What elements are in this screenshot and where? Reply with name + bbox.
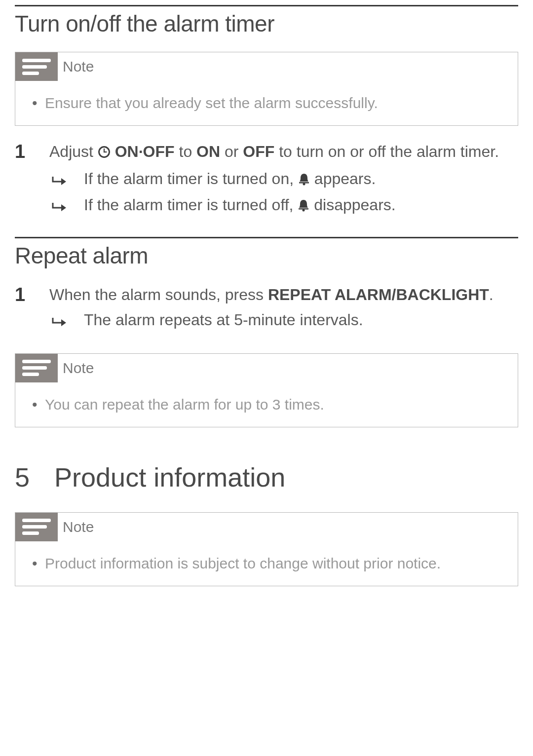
- chapter-title: Product information: [54, 462, 285, 492]
- step-text-on: ON: [196, 143, 220, 160]
- section-heading-alarm-onoff: Turn on/off the alarm timer: [15, 10, 518, 37]
- note-lines-icon: [15, 513, 58, 541]
- svg-point-5: [303, 183, 305, 185]
- note-box-2: Note You can repeat the alarm for up to …: [15, 353, 518, 427]
- substeps: If the alarm timer is turned on, appears…: [49, 167, 518, 218]
- note-label: Note: [63, 519, 94, 535]
- step-text-mid1: to: [175, 143, 196, 160]
- note-body: Product information is subject to change…: [15, 541, 518, 586]
- rule-top-1: [15, 5, 518, 6]
- note-lines-icon: [15, 354, 58, 382]
- step-text-bold: REPEAT ALARM/BACKLIGHT: [268, 286, 489, 303]
- step-text-pre: Adjust: [49, 143, 98, 160]
- note-tab: Note: [15, 52, 518, 81]
- substep-text-pre: If the alarm timer is turned off,: [84, 196, 298, 214]
- step-text-post: .: [489, 286, 494, 303]
- note-label: Note: [63, 360, 94, 377]
- step-text-off: OFF: [243, 143, 274, 160]
- substep-1: If the alarm timer is turned on, appears…: [49, 167, 518, 191]
- note-item: You can repeat the alarm for up to 3 tim…: [32, 396, 508, 413]
- svg-rect-3: [104, 151, 107, 152]
- step-text-post: to turn on or off the alarm timer.: [274, 143, 499, 160]
- note-body: You can repeat the alarm for up to 3 tim…: [15, 382, 518, 427]
- result-arrow-icon: [51, 170, 68, 193]
- substep-1: The alarm repeats at 5-minute intervals.: [49, 308, 518, 331]
- chapter-number: 5: [15, 462, 30, 492]
- step-text-pre: When the alarm sounds, press: [49, 286, 268, 303]
- substep-text: The alarm repeats at 5-minute intervals.: [84, 311, 363, 329]
- chapter-heading-product-info: 5 Product information: [15, 462, 518, 492]
- clock-icon: [98, 142, 111, 164]
- substep-2: If the alarm timer is turned off, disapp…: [49, 193, 518, 218]
- result-arrow-icon: [51, 196, 68, 219]
- bell-icon: [298, 195, 309, 218]
- note-box-1: Note Ensure that you already set the ala…: [15, 52, 518, 126]
- step-text-mid2: or: [220, 143, 243, 160]
- note-box-3: Note Product information is subject to c…: [15, 512, 518, 586]
- substeps: The alarm repeats at 5-minute intervals.: [49, 308, 518, 331]
- note-label: Note: [63, 58, 94, 75]
- step-1: Adjust ON·OFF to ON or OFF to turn on or…: [15, 141, 518, 218]
- steps-repeat: When the alarm sounds, press REPEAT ALAR…: [15, 284, 518, 332]
- substep-text-pre: If the alarm timer is turned on,: [84, 170, 298, 188]
- note-lines-icon: [15, 52, 58, 81]
- bell-icon: [298, 169, 310, 191]
- note-item: Product information is subject to change…: [32, 555, 508, 572]
- rule-top-2: [15, 237, 518, 238]
- section-heading-repeat: Repeat alarm: [15, 242, 518, 269]
- steps-alarm-onoff: Adjust ON·OFF to ON or OFF to turn on or…: [15, 141, 518, 218]
- substep-text-post: appears.: [310, 170, 376, 188]
- substep-text-post: disappears.: [309, 196, 395, 214]
- note-body: Ensure that you already set the alarm su…: [15, 81, 518, 125]
- step-1: When the alarm sounds, press REPEAT ALAR…: [15, 284, 518, 332]
- note-tab: Note: [15, 513, 518, 541]
- result-arrow-icon: [51, 311, 68, 334]
- svg-point-7: [303, 209, 305, 212]
- note-tab: Note: [15, 354, 518, 382]
- note-item: Ensure that you already set the alarm su…: [32, 95, 508, 112]
- step-text-onoff: ON·OFF: [111, 143, 175, 160]
